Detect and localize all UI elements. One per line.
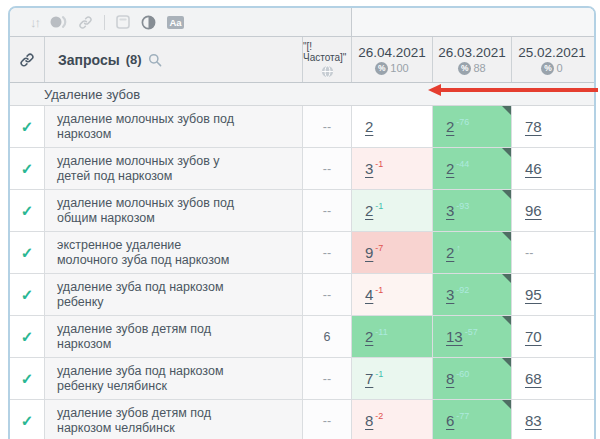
position-link[interactable]: 6 [446,412,454,429]
header-link-column[interactable] [10,37,45,82]
frequency-value: -- [323,414,331,428]
position-link[interactable]: 68 [525,370,542,387]
position-link[interactable]: 3 [365,160,373,177]
card-view-icon[interactable] [116,8,130,36]
percent-icon: % [375,62,388,75]
table-row: ✓ экстренное удаление молочного зуба под… [10,232,594,274]
position-cell-date-3: 83 [512,400,592,439]
position-link[interactable]: 2 [365,328,373,345]
text-style-icon[interactable]: Aa [167,8,184,36]
keyword-cell[interactable]: удаление молочных зубов под общим наркоз… [45,190,303,231]
frequency-label: "[!Частота]" [303,41,351,63]
toolbar: ↓↑ [10,8,594,37]
position-link[interactable]: 3 [446,202,454,219]
position-link[interactable]: 95 [525,286,542,303]
position-link[interactable]: 4 [365,286,373,303]
table-row: ✓ удаление зуба под наркозом ребенку чел… [10,358,594,400]
position-cell-date-1: 7 -1 [352,358,433,399]
note-corner-icon [502,400,511,409]
keyword-cell[interactable]: удаление молочных зубов у детей под нарк… [45,148,303,189]
table-row: ✓ удаление молочных зубов под наркозом -… [10,106,594,148]
keyword-cell[interactable]: удаление зубов детям под наркозом челяби… [45,400,303,439]
keyword-cell[interactable]: удаление зуба под наркозом ребенку [45,274,303,315]
position-link[interactable]: 96 [525,202,542,219]
keyword-text: удаление молочных зубов у детей под нарк… [57,154,243,184]
check-icon: ✓ [21,202,34,220]
frequency-value: 6 [324,330,331,344]
visibility-value: 100 [390,62,408,74]
position-cell-date-2: 3 -92 [433,274,512,315]
position-delta: -7 [375,243,383,253]
position-link[interactable]: 9 [365,244,373,261]
position-link[interactable]: 83 [525,412,542,429]
position-cell-date-2: 2 ↑ [433,232,512,273]
frequency-cell: 6 [303,316,352,357]
row-checkbox[interactable]: ✓ [10,400,45,439]
row-checkbox[interactable]: ✓ [10,358,45,399]
row-checkbox[interactable]: ✓ [10,316,45,357]
contrast-icon[interactable] [141,8,156,36]
frequency-cell: -- [303,190,352,231]
position-cell-date-3: -- [512,232,592,273]
row-checkbox[interactable]: ✓ [10,274,45,315]
keyword-cell[interactable]: удаление зубов детям под наркозом [45,316,303,357]
table-row: ✓ удаление зуба под наркозом ребенку -- … [10,274,594,316]
position-cell-date-2: 8 -60 [433,358,512,399]
header-queries[interactable]: Запросы (8) [45,37,303,82]
frequency-value: -- [323,120,331,134]
position-delta: -1 [375,159,383,169]
position-link[interactable]: 46 [525,160,542,177]
keyword-text: удаление зубов детям под наркозом [57,322,243,352]
keyword-cell[interactable]: удаление молочных зубов под наркозом [45,106,303,147]
position-link[interactable]: 7 [365,370,373,387]
visibility-value: 88 [473,62,485,74]
row-checkbox[interactable]: ✓ [10,106,45,147]
position-cell-date-3: 70 [512,316,592,357]
row-checkbox[interactable]: ✓ [10,232,45,273]
frequency-value: -- [323,162,331,176]
header-date-1[interactable]: 26.04.2021 % 100 [352,37,433,82]
position-link[interactable]: 13 [446,328,463,345]
keyword-text: удаление зуба под наркозом ребенку [57,280,243,310]
position-link[interactable]: 2 [446,160,454,177]
globe-icon [321,65,334,78]
search-icon[interactable] [148,53,162,67]
table-row: ✓ удаление зубов детям под наркозом 6 2 … [10,316,594,358]
position-link[interactable]: 2 [446,118,454,135]
frequency-cell: -- [303,148,352,189]
frequency-cell: -- [303,106,352,147]
table-body: ✓ удаление молочных зубов под наркозом -… [10,106,594,439]
check-icon: ✓ [21,328,34,346]
position-link[interactable]: 8 [446,370,454,387]
keyword-text: удаление зуба под наркозом ребенку челяб… [57,364,243,394]
position-link[interactable]: 78 [525,118,542,135]
keyword-cell[interactable]: экстренное удаление молочного зуба под н… [45,232,303,273]
position-link[interactable]: -- [525,246,533,260]
position-cell-date-3: 68 [512,358,592,399]
note-corner-icon [502,316,511,325]
link-icon[interactable] [78,8,93,36]
position-delta: ↑ [456,243,461,253]
keyword-cell[interactable]: удаление зуба под наркозом ребенку челяб… [45,358,303,399]
position-link[interactable]: 2 [365,118,373,135]
row-checkbox[interactable]: ✓ [10,190,45,231]
position-link[interactable]: 8 [365,412,373,429]
dynamics-icon[interactable] [50,8,67,36]
header-frequency[interactable]: "[!Частота]" [303,37,352,82]
position-link[interactable]: 70 [525,328,542,345]
position-delta: -2 [375,411,383,421]
header-date-3[interactable]: 25.02.2021 % 0 [512,37,592,82]
position-link[interactable]: 2 [365,202,373,219]
position-link[interactable]: 2 [446,244,454,261]
table-row: ✓ удаление зубов детям под наркозом челя… [10,400,594,439]
sort-icon[interactable]: ↓↑ [30,8,39,36]
position-link[interactable]: 3 [446,286,454,303]
position-delta: -92 [456,285,469,295]
table-header: Запросы (8) "[!Частота]" 26.04.2021 % 10… [10,37,594,83]
toolbar-divider [104,15,105,30]
keyword-group-row[interactable]: Удаление зубов [10,83,594,106]
row-checkbox[interactable]: ✓ [10,148,45,189]
chain-icon [19,52,35,68]
header-date-2[interactable]: 26.03.2021 % 88 [433,37,512,82]
position-cell-date-2: 3 -93 [433,190,512,231]
